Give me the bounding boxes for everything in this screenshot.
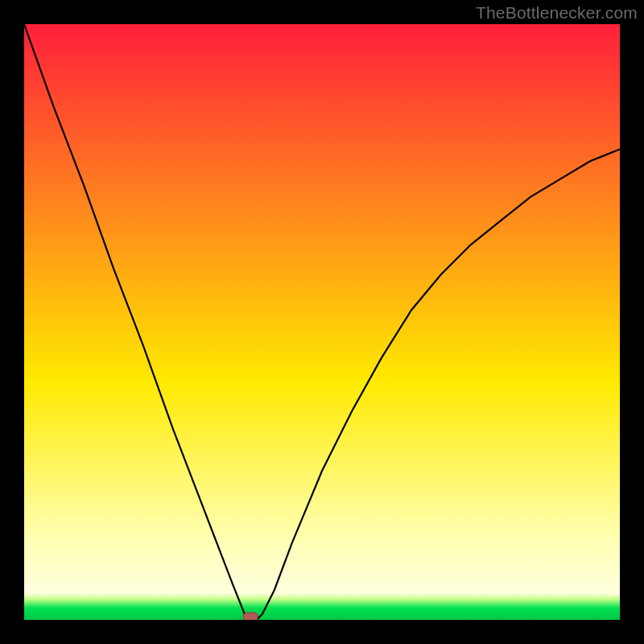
plot-area (24, 24, 620, 620)
optimal-marker (243, 613, 258, 620)
watermark-text: TheBottlenecker.com (476, 3, 638, 23)
chart-container: TheBottlenecker.com (0, 0, 644, 644)
gradient-background (24, 24, 620, 620)
chart-svg (24, 24, 620, 620)
